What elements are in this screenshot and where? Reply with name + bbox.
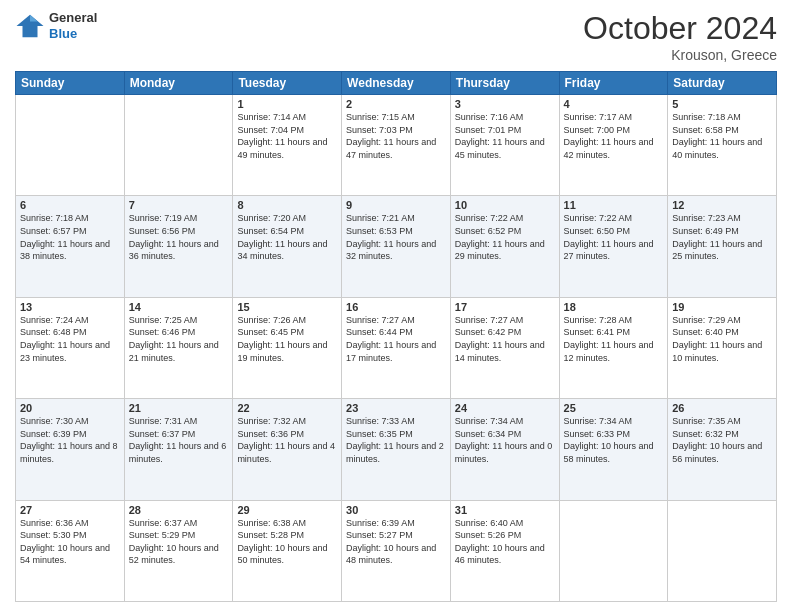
day-number: 26 (672, 402, 772, 414)
calendar-cell: 1Sunrise: 7:14 AMSunset: 7:04 PMDaylight… (233, 95, 342, 196)
calendar-cell: 23Sunrise: 7:33 AMSunset: 6:35 PMDayligh… (342, 399, 451, 500)
day-number: 14 (129, 301, 229, 313)
calendar-header-thursday: Thursday (450, 72, 559, 95)
calendar-cell (16, 95, 125, 196)
month-title: October 2024 (583, 10, 777, 47)
day-number: 31 (455, 504, 555, 516)
day-info: Sunrise: 7:17 AMSunset: 7:00 PMDaylight:… (564, 111, 664, 161)
day-info: Sunrise: 7:32 AMSunset: 6:36 PMDaylight:… (237, 415, 337, 465)
day-number: 27 (20, 504, 120, 516)
day-info: Sunrise: 7:29 AMSunset: 6:40 PMDaylight:… (672, 314, 772, 364)
day-info: Sunrise: 7:27 AMSunset: 6:44 PMDaylight:… (346, 314, 446, 364)
day-info: Sunrise: 7:22 AMSunset: 6:50 PMDaylight:… (564, 212, 664, 262)
day-number: 8 (237, 199, 337, 211)
calendar-cell: 20Sunrise: 7:30 AMSunset: 6:39 PMDayligh… (16, 399, 125, 500)
day-number: 3 (455, 98, 555, 110)
calendar-cell: 12Sunrise: 7:23 AMSunset: 6:49 PMDayligh… (668, 196, 777, 297)
calendar-week-4: 27Sunrise: 6:36 AMSunset: 5:30 PMDayligh… (16, 500, 777, 601)
day-info: Sunrise: 7:14 AMSunset: 7:04 PMDaylight:… (237, 111, 337, 161)
day-number: 22 (237, 402, 337, 414)
day-number: 18 (564, 301, 664, 313)
day-number: 21 (129, 402, 229, 414)
day-number: 6 (20, 199, 120, 211)
day-number: 15 (237, 301, 337, 313)
day-info: Sunrise: 7:21 AMSunset: 6:53 PMDaylight:… (346, 212, 446, 262)
logo-general: General (49, 10, 97, 26)
day-info: Sunrise: 6:38 AMSunset: 5:28 PMDaylight:… (237, 517, 337, 567)
calendar-cell: 9Sunrise: 7:21 AMSunset: 6:53 PMDaylight… (342, 196, 451, 297)
day-number: 9 (346, 199, 446, 211)
day-info: Sunrise: 7:33 AMSunset: 6:35 PMDaylight:… (346, 415, 446, 465)
logo-text: General Blue (49, 10, 97, 41)
calendar-cell: 5Sunrise: 7:18 AMSunset: 6:58 PMDaylight… (668, 95, 777, 196)
day-info: Sunrise: 6:39 AMSunset: 5:27 PMDaylight:… (346, 517, 446, 567)
title-section: October 2024 Krouson, Greece (583, 10, 777, 63)
logo-blue: Blue (49, 26, 97, 42)
calendar-header-monday: Monday (124, 72, 233, 95)
day-info: Sunrise: 6:36 AMSunset: 5:30 PMDaylight:… (20, 517, 120, 567)
logo-icon (15, 11, 45, 41)
day-info: Sunrise: 7:23 AMSunset: 6:49 PMDaylight:… (672, 212, 772, 262)
calendar-cell: 21Sunrise: 7:31 AMSunset: 6:37 PMDayligh… (124, 399, 233, 500)
calendar-week-3: 20Sunrise: 7:30 AMSunset: 6:39 PMDayligh… (16, 399, 777, 500)
header: General Blue October 2024 Krouson, Greec… (15, 10, 777, 63)
calendar-cell: 22Sunrise: 7:32 AMSunset: 6:36 PMDayligh… (233, 399, 342, 500)
calendar-cell: 2Sunrise: 7:15 AMSunset: 7:03 PMDaylight… (342, 95, 451, 196)
day-info: Sunrise: 7:34 AMSunset: 6:34 PMDaylight:… (455, 415, 555, 465)
day-info: Sunrise: 6:37 AMSunset: 5:29 PMDaylight:… (129, 517, 229, 567)
calendar-cell: 31Sunrise: 6:40 AMSunset: 5:26 PMDayligh… (450, 500, 559, 601)
day-number: 11 (564, 199, 664, 211)
calendar-cell: 7Sunrise: 7:19 AMSunset: 6:56 PMDaylight… (124, 196, 233, 297)
day-info: Sunrise: 7:27 AMSunset: 6:42 PMDaylight:… (455, 314, 555, 364)
day-info: Sunrise: 7:30 AMSunset: 6:39 PMDaylight:… (20, 415, 120, 465)
calendar-cell: 26Sunrise: 7:35 AMSunset: 6:32 PMDayligh… (668, 399, 777, 500)
calendar-cell: 14Sunrise: 7:25 AMSunset: 6:46 PMDayligh… (124, 297, 233, 398)
day-info: Sunrise: 7:24 AMSunset: 6:48 PMDaylight:… (20, 314, 120, 364)
calendar-header-tuesday: Tuesday (233, 72, 342, 95)
calendar-header-wednesday: Wednesday (342, 72, 451, 95)
page: General Blue October 2024 Krouson, Greec… (0, 0, 792, 612)
day-info: Sunrise: 7:18 AMSunset: 6:57 PMDaylight:… (20, 212, 120, 262)
day-info: Sunrise: 7:18 AMSunset: 6:58 PMDaylight:… (672, 111, 772, 161)
day-info: Sunrise: 7:20 AMSunset: 6:54 PMDaylight:… (237, 212, 337, 262)
calendar-cell: 10Sunrise: 7:22 AMSunset: 6:52 PMDayligh… (450, 196, 559, 297)
logo: General Blue (15, 10, 97, 41)
calendar-cell (668, 500, 777, 601)
calendar-cell: 18Sunrise: 7:28 AMSunset: 6:41 PMDayligh… (559, 297, 668, 398)
calendar-cell: 8Sunrise: 7:20 AMSunset: 6:54 PMDaylight… (233, 196, 342, 297)
day-info: Sunrise: 7:19 AMSunset: 6:56 PMDaylight:… (129, 212, 229, 262)
day-number: 17 (455, 301, 555, 313)
day-number: 12 (672, 199, 772, 211)
day-number: 25 (564, 402, 664, 414)
calendar-header-sunday: Sunday (16, 72, 125, 95)
calendar-cell: 30Sunrise: 6:39 AMSunset: 5:27 PMDayligh… (342, 500, 451, 601)
day-number: 4 (564, 98, 664, 110)
calendar-header-saturday: Saturday (668, 72, 777, 95)
calendar-cell: 3Sunrise: 7:16 AMSunset: 7:01 PMDaylight… (450, 95, 559, 196)
day-number: 20 (20, 402, 120, 414)
day-number: 28 (129, 504, 229, 516)
calendar-header-friday: Friday (559, 72, 668, 95)
day-number: 7 (129, 199, 229, 211)
calendar-cell: 19Sunrise: 7:29 AMSunset: 6:40 PMDayligh… (668, 297, 777, 398)
calendar-week-0: 1Sunrise: 7:14 AMSunset: 7:04 PMDaylight… (16, 95, 777, 196)
location: Krouson, Greece (583, 47, 777, 63)
calendar-cell: 25Sunrise: 7:34 AMSunset: 6:33 PMDayligh… (559, 399, 668, 500)
calendar-cell: 16Sunrise: 7:27 AMSunset: 6:44 PMDayligh… (342, 297, 451, 398)
day-info: Sunrise: 7:34 AMSunset: 6:33 PMDaylight:… (564, 415, 664, 465)
day-number: 24 (455, 402, 555, 414)
day-info: Sunrise: 7:35 AMSunset: 6:32 PMDaylight:… (672, 415, 772, 465)
day-info: Sunrise: 7:31 AMSunset: 6:37 PMDaylight:… (129, 415, 229, 465)
calendar-week-2: 13Sunrise: 7:24 AMSunset: 6:48 PMDayligh… (16, 297, 777, 398)
calendar-cell: 28Sunrise: 6:37 AMSunset: 5:29 PMDayligh… (124, 500, 233, 601)
calendar-cell: 13Sunrise: 7:24 AMSunset: 6:48 PMDayligh… (16, 297, 125, 398)
calendar-cell: 15Sunrise: 7:26 AMSunset: 6:45 PMDayligh… (233, 297, 342, 398)
calendar-week-1: 6Sunrise: 7:18 AMSunset: 6:57 PMDaylight… (16, 196, 777, 297)
day-info: Sunrise: 7:26 AMSunset: 6:45 PMDaylight:… (237, 314, 337, 364)
day-info: Sunrise: 7:25 AMSunset: 6:46 PMDaylight:… (129, 314, 229, 364)
calendar-cell (124, 95, 233, 196)
calendar-table: SundayMondayTuesdayWednesdayThursdayFrid… (15, 71, 777, 602)
calendar-cell: 24Sunrise: 7:34 AMSunset: 6:34 PMDayligh… (450, 399, 559, 500)
day-info: Sunrise: 7:28 AMSunset: 6:41 PMDaylight:… (564, 314, 664, 364)
day-number: 5 (672, 98, 772, 110)
